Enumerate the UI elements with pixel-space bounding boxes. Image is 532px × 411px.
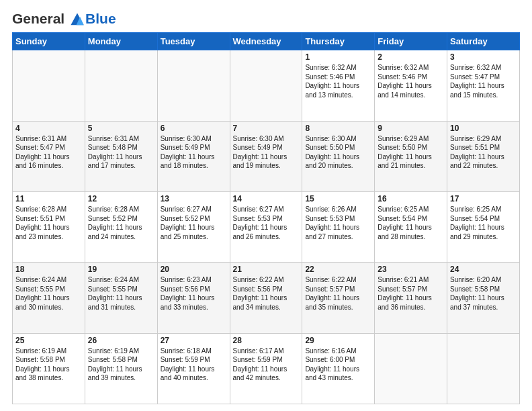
calendar-cell: 1Sunrise: 6:32 AM Sunset: 5:46 PM Daylig… xyxy=(302,50,375,121)
col-header-friday: Friday xyxy=(375,33,447,50)
day-number: 28 xyxy=(233,336,300,345)
calendar-cell: 16Sunrise: 6:25 AM Sunset: 5:54 PM Dayli… xyxy=(375,192,447,263)
calendar-cell: 19Sunrise: 6:24 AM Sunset: 5:55 PM Dayli… xyxy=(85,263,157,333)
day-number: 15 xyxy=(305,194,371,203)
day-info: Sunrise: 6:31 AM Sunset: 5:47 PM Dayligh… xyxy=(15,134,82,171)
col-header-thursday: Thursday xyxy=(302,33,375,50)
day-info: Sunrise: 6:19 AM Sunset: 5:58 PM Dayligh… xyxy=(88,347,154,383)
col-header-tuesday: Tuesday xyxy=(157,33,230,50)
day-number: 7 xyxy=(233,124,300,133)
page-header: General Blue xyxy=(12,11,520,27)
calendar-body: 1Sunrise: 6:32 AM Sunset: 5:46 PM Daylig… xyxy=(13,50,520,404)
logo-general: General xyxy=(12,11,64,26)
day-info: Sunrise: 6:31 AM Sunset: 5:48 PM Dayligh… xyxy=(88,134,154,171)
calendar-cell: 10Sunrise: 6:29 AM Sunset: 5:51 PM Dayli… xyxy=(447,121,520,191)
col-header-saturday: Saturday xyxy=(447,33,520,50)
day-number: 3 xyxy=(450,52,517,62)
calendar-week-5: 25Sunrise: 6:19 AM Sunset: 5:58 PM Dayli… xyxy=(13,333,520,404)
day-number: 2 xyxy=(378,52,444,62)
day-info: Sunrise: 6:29 AM Sunset: 5:50 PM Dayligh… xyxy=(378,134,444,171)
calendar-cell: 18Sunrise: 6:24 AM Sunset: 5:55 PM Dayli… xyxy=(13,263,85,333)
day-info: Sunrise: 6:18 AM Sunset: 5:59 PM Dayligh… xyxy=(161,347,227,383)
day-number: 29 xyxy=(305,336,371,345)
calendar-week-4: 18Sunrise: 6:24 AM Sunset: 5:55 PM Dayli… xyxy=(13,263,520,333)
calendar-cell: 2Sunrise: 6:32 AM Sunset: 5:46 PM Daylig… xyxy=(375,50,447,121)
calendar-cell xyxy=(157,50,230,121)
logo: General Blue xyxy=(12,11,116,27)
day-number: 19 xyxy=(88,265,154,274)
calendar-week-3: 11Sunrise: 6:28 AM Sunset: 5:51 PM Dayli… xyxy=(13,192,520,263)
calendar-week-2: 4Sunrise: 6:31 AM Sunset: 5:47 PM Daylig… xyxy=(13,121,520,191)
day-number: 11 xyxy=(15,194,82,203)
day-number: 27 xyxy=(161,336,227,345)
day-number: 22 xyxy=(305,265,371,274)
calendar-week-1: 1Sunrise: 6:32 AM Sunset: 5:46 PM Daylig… xyxy=(13,50,520,121)
calendar-cell: 24Sunrise: 6:20 AM Sunset: 5:58 PM Dayli… xyxy=(447,263,520,333)
day-info: Sunrise: 6:23 AM Sunset: 5:56 PM Dayligh… xyxy=(161,275,227,312)
calendar-cell: 9Sunrise: 6:29 AM Sunset: 5:50 PM Daylig… xyxy=(375,121,447,191)
calendar-cell xyxy=(230,50,302,121)
day-info: Sunrise: 6:19 AM Sunset: 5:58 PM Dayligh… xyxy=(15,347,82,383)
day-number: 14 xyxy=(233,194,300,203)
calendar-cell: 7Sunrise: 6:30 AM Sunset: 5:49 PM Daylig… xyxy=(230,121,302,191)
calendar-cell: 20Sunrise: 6:23 AM Sunset: 5:56 PM Dayli… xyxy=(157,263,230,333)
day-info: Sunrise: 6:22 AM Sunset: 5:56 PM Dayligh… xyxy=(233,275,300,312)
calendar-cell: 5Sunrise: 6:31 AM Sunset: 5:48 PM Daylig… xyxy=(85,121,157,191)
day-info: Sunrise: 6:27 AM Sunset: 5:53 PM Dayligh… xyxy=(233,205,300,241)
day-info: Sunrise: 6:20 AM Sunset: 5:58 PM Dayligh… xyxy=(450,275,517,312)
calendar-cell: 27Sunrise: 6:18 AM Sunset: 5:59 PM Dayli… xyxy=(157,333,230,404)
day-info: Sunrise: 6:22 AM Sunset: 5:57 PM Dayligh… xyxy=(305,275,371,312)
day-info: Sunrise: 6:32 AM Sunset: 5:47 PM Dayligh… xyxy=(450,63,517,99)
calendar-cell: 8Sunrise: 6:30 AM Sunset: 5:50 PM Daylig… xyxy=(302,121,375,191)
calendar-cell: 6Sunrise: 6:30 AM Sunset: 5:49 PM Daylig… xyxy=(157,121,230,191)
day-info: Sunrise: 6:21 AM Sunset: 5:57 PM Dayligh… xyxy=(378,275,444,312)
day-number: 26 xyxy=(88,336,154,345)
day-info: Sunrise: 6:16 AM Sunset: 6:00 PM Dayligh… xyxy=(305,347,371,383)
day-number: 16 xyxy=(378,194,444,203)
calendar-cell: 28Sunrise: 6:17 AM Sunset: 5:59 PM Dayli… xyxy=(230,333,302,404)
day-info: Sunrise: 6:29 AM Sunset: 5:51 PM Dayligh… xyxy=(450,134,517,171)
calendar-table: SundayMondayTuesdayWednesdayThursdayFrid… xyxy=(12,32,520,404)
day-info: Sunrise: 6:30 AM Sunset: 5:49 PM Dayligh… xyxy=(233,134,300,171)
col-header-monday: Monday xyxy=(85,33,157,50)
logo-icon xyxy=(70,12,85,27)
day-info: Sunrise: 6:28 AM Sunset: 5:51 PM Dayligh… xyxy=(15,205,82,241)
day-info: Sunrise: 6:30 AM Sunset: 5:50 PM Dayligh… xyxy=(305,134,371,171)
day-number: 17 xyxy=(450,194,517,203)
day-info: Sunrise: 6:28 AM Sunset: 5:52 PM Dayligh… xyxy=(88,205,154,241)
calendar-cell: 15Sunrise: 6:26 AM Sunset: 5:53 PM Dayli… xyxy=(302,192,375,263)
day-info: Sunrise: 6:30 AM Sunset: 5:49 PM Dayligh… xyxy=(161,134,227,171)
day-info: Sunrise: 6:25 AM Sunset: 5:54 PM Dayligh… xyxy=(450,205,517,241)
calendar-cell: 23Sunrise: 6:21 AM Sunset: 5:57 PM Dayli… xyxy=(375,263,447,333)
day-number: 25 xyxy=(15,336,82,345)
col-header-sunday: Sunday xyxy=(13,33,85,50)
day-info: Sunrise: 6:25 AM Sunset: 5:54 PM Dayligh… xyxy=(378,205,444,241)
calendar-cell: 17Sunrise: 6:25 AM Sunset: 5:54 PM Dayli… xyxy=(447,192,520,263)
calendar-cell: 4Sunrise: 6:31 AM Sunset: 5:47 PM Daylig… xyxy=(13,121,85,191)
calendar-cell: 22Sunrise: 6:22 AM Sunset: 5:57 PM Dayli… xyxy=(302,263,375,333)
day-info: Sunrise: 6:32 AM Sunset: 5:46 PM Dayligh… xyxy=(378,63,444,99)
calendar-cell: 11Sunrise: 6:28 AM Sunset: 5:51 PM Dayli… xyxy=(13,192,85,263)
day-number: 13 xyxy=(161,194,227,203)
day-number: 1 xyxy=(305,52,371,62)
calendar-cell xyxy=(375,333,447,404)
day-number: 21 xyxy=(233,265,300,274)
day-number: 4 xyxy=(15,124,82,133)
day-number: 18 xyxy=(15,265,82,274)
day-number: 24 xyxy=(450,265,517,274)
day-number: 8 xyxy=(305,124,371,133)
calendar-cell xyxy=(447,333,520,404)
col-header-wednesday: Wednesday xyxy=(230,33,302,50)
calendar-cell: 12Sunrise: 6:28 AM Sunset: 5:52 PM Dayli… xyxy=(85,192,157,263)
day-info: Sunrise: 6:24 AM Sunset: 5:55 PM Dayligh… xyxy=(88,275,154,312)
day-info: Sunrise: 6:27 AM Sunset: 5:52 PM Dayligh… xyxy=(161,205,227,241)
day-number: 12 xyxy=(88,194,154,203)
calendar-cell: 29Sunrise: 6:16 AM Sunset: 6:00 PM Dayli… xyxy=(302,333,375,404)
day-info: Sunrise: 6:26 AM Sunset: 5:53 PM Dayligh… xyxy=(305,205,371,241)
calendar-cell: 21Sunrise: 6:22 AM Sunset: 5:56 PM Dayli… xyxy=(230,263,302,333)
day-number: 9 xyxy=(378,124,444,133)
calendar-cell xyxy=(13,50,85,121)
calendar-cell: 13Sunrise: 6:27 AM Sunset: 5:52 PM Dayli… xyxy=(157,192,230,263)
day-number: 23 xyxy=(378,265,444,274)
calendar-cell: 26Sunrise: 6:19 AM Sunset: 5:58 PM Dayli… xyxy=(85,333,157,404)
